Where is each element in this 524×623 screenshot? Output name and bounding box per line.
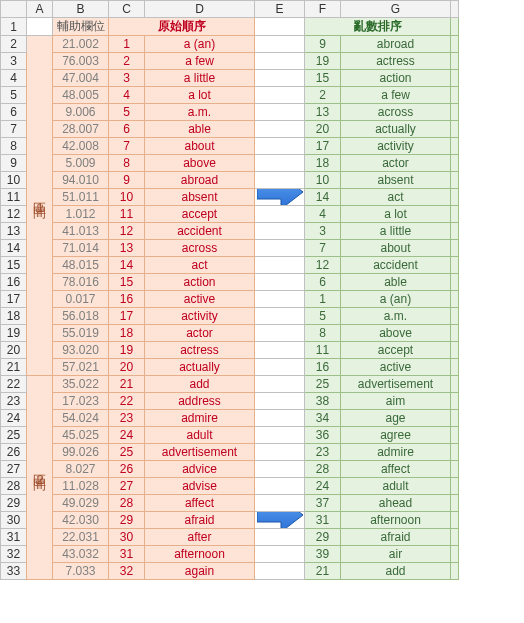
cell-C16[interactable]: 15	[109, 274, 145, 291]
cell-G32[interactable]: air	[341, 546, 451, 563]
cell-G26[interactable]: admire	[341, 444, 451, 461]
cell-C26[interactable]: 25	[109, 444, 145, 461]
cell-B14[interactable]: 71.014	[53, 240, 109, 257]
cell-H27[interactable]	[451, 461, 459, 478]
corner-cell[interactable]	[1, 1, 27, 18]
cell-G12[interactable]: a lot	[341, 206, 451, 223]
cell-D2[interactable]: a (an)	[145, 36, 255, 53]
cell-H26[interactable]	[451, 444, 459, 461]
cell-C23[interactable]: 22	[109, 393, 145, 410]
cell-B6[interactable]: 9.006	[53, 104, 109, 121]
cell-E20[interactable]	[255, 342, 305, 359]
cell-D24[interactable]: admire	[145, 410, 255, 427]
spreadsheet[interactable]: A B C D E F G 1輔助欄位原始順序亂數排序2區間121.0021a …	[0, 0, 459, 580]
cell-E31[interactable]	[255, 529, 305, 546]
cell-C33[interactable]: 32	[109, 563, 145, 580]
cell-D22[interactable]: add	[145, 376, 255, 393]
cell-D8[interactable]: about	[145, 138, 255, 155]
cell-D3[interactable]: a few	[145, 53, 255, 70]
row-header-17[interactable]: 17	[1, 291, 27, 308]
cell-E18[interactable]	[255, 308, 305, 325]
cell-F22[interactable]: 25	[305, 376, 341, 393]
cell-C6[interactable]: 5	[109, 104, 145, 121]
cell-H31[interactable]	[451, 529, 459, 546]
cell-F6[interactable]: 13	[305, 104, 341, 121]
cell-E29[interactable]	[255, 495, 305, 512]
cell-C14[interactable]: 13	[109, 240, 145, 257]
cell-C31[interactable]: 30	[109, 529, 145, 546]
cell-G17[interactable]: a (an)	[341, 291, 451, 308]
cell-H21[interactable]	[451, 359, 459, 376]
cell-H16[interactable]	[451, 274, 459, 291]
col-header-C[interactable]: C	[109, 1, 145, 18]
cell-F10[interactable]: 10	[305, 172, 341, 189]
section-label-1[interactable]: 區間1	[27, 36, 53, 376]
cell-H3[interactable]	[451, 53, 459, 70]
cell-F18[interactable]: 5	[305, 308, 341, 325]
cell-G6[interactable]: across	[341, 104, 451, 121]
cell-E7[interactable]	[255, 121, 305, 138]
row-header-24[interactable]: 24	[1, 410, 27, 427]
col-header-H[interactable]	[451, 1, 459, 18]
cell-E19[interactable]	[255, 325, 305, 342]
col-header-A[interactable]: A	[27, 1, 53, 18]
row-header-4[interactable]: 4	[1, 70, 27, 87]
row-header-5[interactable]: 5	[1, 87, 27, 104]
cell-D18[interactable]: activity	[145, 308, 255, 325]
cell-E10[interactable]	[255, 172, 305, 189]
cell-E27[interactable]	[255, 461, 305, 478]
cell-G13[interactable]: a little	[341, 223, 451, 240]
row-header-20[interactable]: 20	[1, 342, 27, 359]
cell-D21[interactable]: actually	[145, 359, 255, 376]
cell-D14[interactable]: across	[145, 240, 255, 257]
cell-D29[interactable]: affect	[145, 495, 255, 512]
cell-F15[interactable]: 12	[305, 257, 341, 274]
cell-G33[interactable]: add	[341, 563, 451, 580]
cell-C2[interactable]: 1	[109, 36, 145, 53]
cell-F13[interactable]: 3	[305, 223, 341, 240]
cell-B33[interactable]: 7.033	[53, 563, 109, 580]
cell-F2[interactable]: 9	[305, 36, 341, 53]
cell-E16[interactable]	[255, 274, 305, 291]
cell-C19[interactable]: 18	[109, 325, 145, 342]
cell-C11[interactable]: 10	[109, 189, 145, 206]
cell-E3[interactable]	[255, 53, 305, 70]
cell-H25[interactable]	[451, 427, 459, 444]
cell-H17[interactable]	[451, 291, 459, 308]
cell-C7[interactable]: 6	[109, 121, 145, 138]
cell-C17[interactable]: 16	[109, 291, 145, 308]
cell-H10[interactable]	[451, 172, 459, 189]
cell-B20[interactable]: 93.020	[53, 342, 109, 359]
cell-H28[interactable]	[451, 478, 459, 495]
cell-F5[interactable]: 2	[305, 87, 341, 104]
cell-G14[interactable]: about	[341, 240, 451, 257]
cell-E15[interactable]	[255, 257, 305, 274]
cell-D31[interactable]: after	[145, 529, 255, 546]
cell-F7[interactable]: 20	[305, 121, 341, 138]
row-header-21[interactable]: 21	[1, 359, 27, 376]
cell-F28[interactable]: 24	[305, 478, 341, 495]
cell-C28[interactable]: 27	[109, 478, 145, 495]
cell-G22[interactable]: advertisement	[341, 376, 451, 393]
cell-B13[interactable]: 41.013	[53, 223, 109, 240]
cell-C30[interactable]: 29	[109, 512, 145, 529]
col-header-F[interactable]: F	[305, 1, 341, 18]
cell-C8[interactable]: 7	[109, 138, 145, 155]
cell-C29[interactable]: 28	[109, 495, 145, 512]
col-header-D[interactable]: D	[145, 1, 255, 18]
cell-F8[interactable]: 17	[305, 138, 341, 155]
cell-D6[interactable]: a.m.	[145, 104, 255, 121]
cell-G8[interactable]: activity	[341, 138, 451, 155]
cell-F9[interactable]: 18	[305, 155, 341, 172]
cell-C18[interactable]: 17	[109, 308, 145, 325]
cell-B27[interactable]: 8.027	[53, 461, 109, 478]
header-helper[interactable]: 輔助欄位	[53, 18, 109, 36]
cell-F33[interactable]: 21	[305, 563, 341, 580]
cell-B2[interactable]: 21.002	[53, 36, 109, 53]
cell-E11[interactable]	[255, 189, 305, 206]
cell-E6[interactable]	[255, 104, 305, 121]
cell-E2[interactable]	[255, 36, 305, 53]
cell-H13[interactable]	[451, 223, 459, 240]
row-header-10[interactable]: 10	[1, 172, 27, 189]
cell-G28[interactable]: adult	[341, 478, 451, 495]
